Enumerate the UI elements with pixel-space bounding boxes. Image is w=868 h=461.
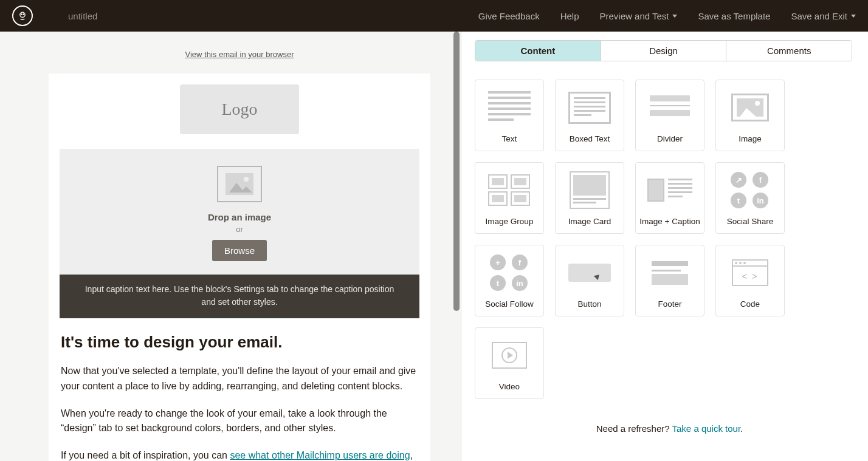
- block-video[interactable]: Video: [475, 327, 544, 399]
- document-title[interactable]: untitled: [68, 11, 97, 21]
- drop-image-label: Drop an image: [60, 212, 419, 222]
- or-label: or: [60, 225, 419, 234]
- link-see-users[interactable]: see what other Mailchimp users are doing: [230, 450, 410, 460]
- block-social-share-label: Social Share: [727, 217, 774, 226]
- image-icon: [716, 89, 784, 126]
- block-divider-label: Divider: [657, 134, 683, 143]
- block-boxed-text[interactable]: Boxed Text: [555, 80, 624, 151]
- email-heading: It's time to design your email.: [61, 333, 418, 352]
- footer-icon: [636, 254, 704, 292]
- tab-design[interactable]: Design: [601, 41, 726, 61]
- nav-preview-and-test[interactable]: Preview and Test: [600, 11, 678, 21]
- tour-prefix: Need a refresher?: [596, 423, 672, 434]
- block-image-card-label: Image Card: [568, 217, 611, 226]
- svg-point-4: [244, 177, 249, 182]
- image-group-icon: [475, 171, 543, 209]
- block-image-caption[interactable]: Image + Caption: [635, 162, 704, 234]
- code-icon: < >: [716, 254, 784, 292]
- email-body: Logo Drop an image or Browse Input capti…: [49, 73, 430, 461]
- email-paragraph-2: When you're ready to change the look of …: [61, 406, 418, 437]
- browse-button[interactable]: Browse: [212, 240, 267, 261]
- image-card-icon: [556, 171, 624, 209]
- image-placeholder-icon: [217, 166, 262, 202]
- nav-help-label: Help: [560, 11, 579, 21]
- block-image-group-label: Image Group: [486, 217, 534, 226]
- email-paragraph-1: Now that you've selected a template, you…: [61, 364, 418, 394]
- nav-give-feedback-label: Give Feedback: [478, 11, 540, 21]
- email-paragraph-3: If you need a bit of inspiration, you ca…: [61, 448, 418, 461]
- block-text[interactable]: Text: [475, 80, 544, 151]
- top-nav: untitled Give Feedback Help Preview and …: [0, 0, 868, 32]
- view-in-browser-link[interactable]: View this email in your browser: [49, 50, 430, 59]
- social-share-icon: ↗ftin: [716, 171, 784, 209]
- block-text-label: Text: [502, 134, 517, 143]
- block-social-follow[interactable]: +ftin Social Follow: [475, 245, 544, 316]
- nav-save-and-exit[interactable]: Save and Exit: [791, 11, 856, 21]
- image-caption-block[interactable]: Input caption text here. Use the block's…: [60, 275, 419, 318]
- block-boxed-text-label: Boxed Text: [570, 134, 610, 143]
- divider-icon: [636, 89, 704, 126]
- workspace: View this email in your browser Logo Dro…: [0, 32, 868, 461]
- block-image-caption-label: Image + Caption: [639, 217, 700, 226]
- block-footer[interactable]: Footer: [635, 245, 704, 316]
- take-tour-link[interactable]: Take a quick tour: [672, 423, 741, 434]
- nav-help[interactable]: Help: [560, 11, 579, 21]
- tab-comments[interactable]: Comments: [726, 41, 852, 61]
- block-social-share[interactable]: ↗ftin Social Share: [715, 162, 785, 234]
- social-follow-icon: +ftin: [475, 254, 543, 292]
- right-panel: Content Design Comments Text Boxed Text …: [461, 32, 868, 461]
- app-logo-icon[interactable]: [12, 5, 33, 26]
- canvas-scrollbar[interactable]: [452, 32, 461, 461]
- video-icon: [475, 336, 543, 374]
- svg-point-2: [23, 14, 24, 15]
- image-drop-zone[interactable]: Drop an image or Browse: [60, 149, 419, 275]
- scrollbar-thumb[interactable]: [453, 32, 460, 311]
- block-button-label: Button: [577, 299, 601, 309]
- image-caption-icon: [636, 171, 704, 209]
- block-image-label: Image: [739, 134, 762, 143]
- nav-give-feedback[interactable]: Give Feedback: [478, 11, 540, 21]
- logo-placeholder[interactable]: Logo: [180, 84, 299, 134]
- block-divider[interactable]: Divider: [635, 80, 704, 151]
- nav-preview-label: Preview and Test: [600, 11, 669, 21]
- block-video-label: Video: [499, 382, 520, 391]
- block-image-group[interactable]: Image Group: [475, 162, 544, 234]
- panel-tabs: Content Design Comments: [475, 40, 852, 61]
- nav-save-exit-label: Save and Exit: [791, 11, 847, 21]
- block-social-follow-label: Social Follow: [485, 299, 534, 309]
- nav-save-as-template[interactable]: Save as Template: [698, 11, 770, 21]
- block-image-card[interactable]: Image Card: [555, 162, 624, 234]
- tour-prompt: Need a refresher? Take a quick tour.: [475, 423, 864, 434]
- button-icon: [556, 254, 624, 292]
- email-canvas: View this email in your browser Logo Dro…: [0, 32, 461, 461]
- tour-suffix: .: [740, 423, 743, 434]
- block-footer-label: Footer: [658, 299, 681, 309]
- content-block-grid: Text Boxed Text Divider Image Image Grou…: [475, 80, 864, 399]
- nav-save-template-label: Save as Template: [698, 11, 770, 21]
- block-image[interactable]: Image: [715, 80, 785, 151]
- boxed-text-icon: [556, 89, 624, 126]
- svg-point-0: [20, 12, 25, 17]
- email-text-block[interactable]: It's time to design your email. Now that…: [49, 318, 430, 461]
- p3-text-a: If you need a bit of inspiration, you ca…: [61, 450, 230, 460]
- svg-point-1: [21, 14, 22, 15]
- block-code-label: Code: [740, 299, 760, 309]
- block-button[interactable]: Button: [555, 245, 624, 316]
- tab-content[interactable]: Content: [475, 41, 601, 61]
- block-code[interactable]: < > Code: [715, 245, 785, 316]
- text-icon: [475, 89, 543, 126]
